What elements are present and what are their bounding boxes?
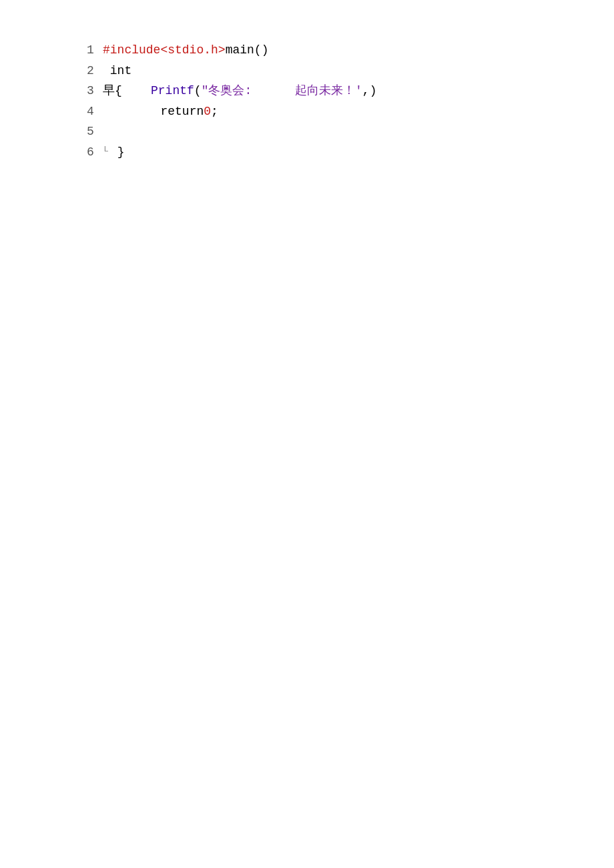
line-number-5: 5 (87, 121, 100, 142)
code-token-early-brace: 早{ (103, 81, 151, 101)
code-line-4: 4 return0; (87, 101, 614, 122)
code-token-string: "冬奥会: 起向未来！' (202, 81, 362, 101)
line-number-4: 4 (87, 101, 100, 122)
line-number-2: 2 (87, 61, 100, 81)
line-number-1: 1 (87, 40, 100, 61)
code-token-indent (103, 101, 160, 122)
code-token-return: return (160, 101, 204, 122)
code-token-paren-open: ( (194, 81, 202, 101)
code-token-int: int (103, 61, 131, 81)
line-number-6: 6 (87, 142, 100, 163)
code-token-closing-brace: } (117, 142, 125, 163)
code-line-2: 2 int (87, 61, 614, 81)
code-line-6: 6 ᴸ } (87, 142, 614, 163)
code-line-1: 1 #include<stdio.h>main() (87, 40, 614, 61)
code-token-main: main() (226, 40, 269, 61)
line-number-3: 3 (87, 81, 100, 101)
code-token-paren-close: ,) (362, 81, 377, 101)
code-editor: 1 #include<stdio.h>main() 2 int 3 早{ Pri… (0, 0, 614, 163)
code-token-printf: Printf (151, 81, 194, 101)
code-token-corner-mark: ᴸ (103, 142, 117, 163)
code-line-3: 3 早{ Printf("冬奥会: 起向未来！',) (87, 81, 614, 101)
code-token-semicolon: ; (211, 101, 218, 122)
code-line-5: 5 (87, 121, 614, 142)
code-token-preprocessor: #include<stdio.h> (103, 40, 226, 61)
code-token-zero: 0 (204, 101, 211, 122)
